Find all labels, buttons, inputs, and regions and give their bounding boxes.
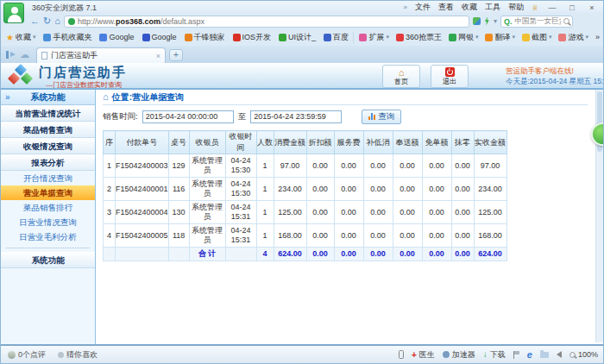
table-cell: 0.00	[451, 224, 474, 248]
table-cell: F15042400003	[116, 154, 169, 178]
folder-icon[interactable]	[540, 352, 549, 358]
new-tab-button[interactable]: +	[169, 49, 183, 61]
crown-icon[interactable]: ♕	[532, 3, 538, 12]
tab-close-icon[interactable]: ×	[156, 52, 160, 60]
table-total-cell: 合 计	[189, 248, 225, 261]
toolbar-item[interactable]: 360抢票王	[396, 32, 442, 43]
table-header-cell: 桌号	[168, 131, 189, 154]
sidebar-item[interactable]: 系统功能	[1, 252, 95, 268]
close-button[interactable]: ×	[586, 3, 598, 12]
menu-overflow-icon[interactable]: »	[403, 3, 406, 11]
table-cell: 0.00	[334, 154, 363, 178]
table-row[interactable]: 1F15042400003129系统管理员04-2415:30197.000.0…	[104, 154, 507, 178]
flag-icon[interactable]	[513, 351, 519, 359]
toolbar-item[interactable]: 翻译▾	[485, 32, 515, 43]
tab-list-icon[interactable]	[6, 51, 15, 59]
suggest-item[interactable]: 猜你喜欢	[58, 349, 98, 361]
sidebar-item[interactable]: 收银情况查询	[1, 138, 95, 154]
table-header-cell: 补低消	[363, 131, 393, 154]
minimize-button[interactable]: —	[546, 3, 558, 12]
table-row[interactable]: 3F15042400004130系统管理员04-2415:311125.000.…	[104, 201, 507, 224]
table-row[interactable]: 4F15042400005118系统管理员04-2415:311168.000.…	[104, 224, 507, 248]
bookmark-item[interactable]: IOS开发	[233, 32, 272, 43]
bookmark-item-label: UI设计_	[288, 32, 316, 43]
chevron-down-icon: ▾	[33, 34, 36, 41]
toolbar-item[interactable]: 网银▾	[449, 32, 479, 43]
menu-item-帮助[interactable]: 帮助	[508, 2, 524, 13]
sidebar-item[interactable]: 日营业情况查询	[1, 215, 95, 229]
menu-item-收藏[interactable]: 收藏	[462, 2, 477, 13]
ie-icon[interactable]: e	[527, 350, 532, 359]
tab-bar: ☁ 门店营运助手 × +	[1, 46, 603, 63]
menu-item-文件[interactable]: 文件	[415, 2, 431, 13]
favicon-icon	[396, 34, 404, 41]
table-cell: 04-2415:30	[225, 154, 256, 178]
home-icon[interactable]: ⌂	[54, 16, 60, 26]
reviews-item[interactable]: 0个点评	[8, 349, 46, 361]
table-cell: 0.00	[363, 178, 393, 201]
sidebar-collapse-icon[interactable]: »	[5, 90, 10, 105]
tab-active[interactable]: 门店营运助手 ×	[36, 47, 166, 63]
media-grab-icon[interactable]	[473, 17, 481, 25]
back-icon[interactable]: ←	[30, 16, 40, 26]
download-item[interactable]: ↓ 下载	[483, 349, 506, 361]
table-cell: 0.00	[334, 178, 363, 201]
app-logo-icon	[9, 66, 33, 87]
date-to-input[interactable]	[250, 110, 342, 123]
sidebar-item[interactable]: 日营业毛利分析	[1, 229, 95, 244]
date-from-input[interactable]	[142, 110, 234, 123]
speaker-icon[interactable]	[557, 351, 562, 358]
service-float-button[interactable]	[591, 122, 604, 146]
bookmark-item[interactable]: 百度	[324, 32, 349, 43]
sidebar-item[interactable]: 当前营业情况统计	[1, 105, 95, 122]
main-panel: ⌂ 位置:营业单据查询 销售时间: 至 查询 序付款单号桌号收银员收银时间人数消…	[96, 90, 603, 344]
query-label: 销售时间:	[103, 111, 138, 122]
url-field[interactable]: http://www.pos368.com/default.aspx	[64, 16, 469, 28]
table-cell: 168.00	[274, 224, 306, 248]
sidebar-item[interactable]: 菜品销售查询	[1, 122, 95, 138]
table-cell: 2	[104, 178, 116, 201]
doctor-label: 医生	[419, 349, 435, 361]
toolbar-item[interactable]: 游戏▾	[558, 32, 588, 43]
sidebar-item-selected[interactable]: 营业单据查询	[1, 185, 95, 200]
sidebar-item[interactable]: 开台情况查询	[1, 171, 95, 185]
zoom-item[interactable]: 100%	[569, 350, 598, 359]
suggest-label: 猜你喜欢	[66, 349, 98, 361]
sidebar-item[interactable]: 菜品销售排行	[1, 200, 95, 215]
doctor-item[interactable]: + 医生	[412, 349, 435, 361]
app-exit-button[interactable]: 退出	[431, 65, 469, 88]
bookmark-item[interactable]: Google	[99, 33, 134, 41]
bookmark-item[interactable]: Google	[142, 33, 177, 41]
speed-mode-icon[interactable]	[484, 17, 490, 26]
cloud-sync-icon[interactable]: ☁	[20, 50, 29, 60]
table-cell: 97.00	[474, 154, 506, 178]
menu-item-工具[interactable]: 工具	[485, 2, 500, 13]
app-home-button[interactable]: ⌂ 首页	[382, 65, 420, 88]
query-to-word: 至	[238, 111, 247, 122]
query-button[interactable]: 查询	[362, 110, 401, 124]
search-icon[interactable]	[563, 18, 569, 24]
toolbar-item[interactable]: 扩展▾	[359, 32, 389, 43]
favicon-icon	[359, 34, 367, 41]
bookmark-item[interactable]: 千锋独家	[185, 32, 225, 43]
table-row[interactable]: 2F15042400001116系统管理员04-2415:301234.000.…	[104, 178, 507, 201]
chevron-down-icon[interactable]: ▾	[494, 17, 497, 25]
search-input[interactable]: Q. 中国第一女巨贪落网	[500, 16, 573, 28]
accelerator-item[interactable]: 加速器	[443, 349, 475, 361]
bookmark-item[interactable]: UI设计_	[279, 32, 316, 43]
refresh-icon[interactable]: ↻	[43, 16, 51, 26]
user-avatar[interactable]	[3, 3, 24, 23]
sidebar-item[interactable]: 报表分析	[1, 154, 95, 171]
menu-item-查看[interactable]: 查看	[438, 2, 454, 13]
app-status: 营运助手客户端在线! 今天是:2015-04-24 星期五 15:38:48	[506, 66, 604, 86]
bookmark-item[interactable]: ★收藏▾	[6, 32, 35, 43]
bookmark-item[interactable]: 手机收藏夹	[43, 32, 91, 43]
table-cell: 0.00	[363, 154, 393, 178]
toolbar-item[interactable]: »	[595, 33, 600, 41]
restore-button[interactable]: □	[566, 3, 578, 12]
toolbar-item[interactable]: 截图▾	[522, 32, 552, 43]
sidebar-header[interactable]: » 系统功能	[1, 90, 95, 105]
url-text: http://www.pos368.com/default.aspx	[78, 17, 204, 26]
bookmarks-bar: ★收藏▾手机收藏夹GoogleGoogle千锋独家IOS开发UI设计_百度百度在…	[1, 28, 603, 46]
phone-icon[interactable]	[399, 350, 404, 359]
